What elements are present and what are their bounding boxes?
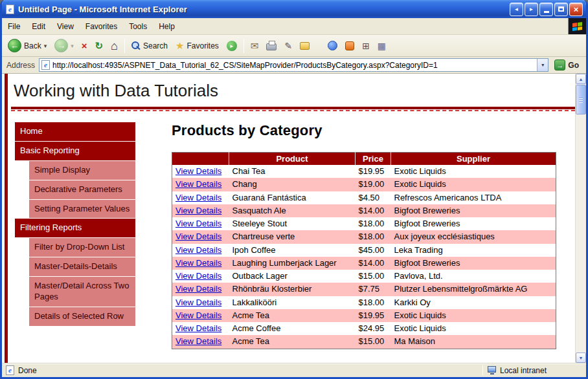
sidebar-item-home[interactable]: Home (15, 122, 135, 141)
go-button[interactable]: → Go (552, 59, 583, 71)
product-cell: Rhönbräu Klosterbier (229, 283, 356, 296)
refresh-button[interactable]: ↻ (92, 39, 107, 52)
product-row: View DetailsChang$19.00Exotic Liquids (172, 178, 556, 191)
title-extra-left-button[interactable]: ◄ (510, 3, 523, 16)
product-row: View DetailsLakkalikööri$18.00Karkki Oy (172, 296, 556, 309)
product-row: View DetailsIpoh Coffee$45.00Leka Tradin… (172, 244, 556, 257)
messenger-button[interactable] (324, 39, 341, 52)
chevron-down-icon: ▾ (541, 62, 544, 68)
products-table: ProductPriceSupplier View DetailsChai Te… (172, 152, 556, 349)
mail-icon: ✉ (251, 41, 259, 50)
vertical-scrollbar[interactable]: ▲ ▼ (575, 74, 586, 363)
edit-button[interactable]: ✎ (281, 39, 295, 52)
column-header-product: Product (229, 153, 356, 166)
supplier-cell: Exotic Liquids (391, 178, 556, 191)
price-cell: $14.00 (356, 204, 391, 217)
favorites-button[interactable]: ★ Favorites (172, 39, 222, 52)
browser-window: e Untitled Page - Microsoft Internet Exp… (0, 0, 588, 379)
product-row: View DetailsSasquatch Ale$14.00Bigfoot B… (172, 204, 556, 217)
mail-button[interactable]: ✉ (247, 39, 262, 52)
view-details-link[interactable]: View Details (175, 271, 221, 281)
actions-cell: View Details (172, 335, 229, 349)
product-cell: Acme Coffee (229, 322, 356, 335)
back-dropdown-icon: ▾ (44, 43, 47, 49)
scroll-up-button[interactable]: ▲ (576, 74, 586, 84)
view-details-link[interactable]: View Details (175, 323, 221, 333)
view-details-link[interactable]: View Details (175, 258, 221, 268)
local-intranet-icon (488, 366, 496, 373)
product-cell: Acme Tea (229, 335, 356, 349)
sidebar-item-basic-reporting[interactable]: Basic Reporting (15, 142, 135, 160)
product-cell: Outback Lager (229, 270, 356, 283)
home-button[interactable]: ⌂ (107, 38, 121, 54)
sidebar-item-master-details-details[interactable]: Master-Details-Details (29, 257, 135, 276)
favorites-label: Favorites (187, 41, 218, 50)
view-details-link[interactable]: View Details (175, 179, 221, 189)
forward-button[interactable]: → ▾ (51, 37, 77, 54)
scrollbar-track[interactable] (576, 84, 586, 352)
back-label: Back (24, 41, 41, 50)
body-region: HomeBasic ReportingSimple DisplayDeclara… (11, 111, 575, 349)
sidebar-item-filtering-reports[interactable]: Filtering Reports (15, 219, 135, 237)
research-button[interactable] (342, 39, 357, 52)
view-details-link[interactable]: View Details (175, 298, 221, 307)
media-button[interactable]: ▸ (223, 39, 240, 53)
view-details-link[interactable]: View Details (175, 219, 221, 228)
print-button[interactable] (263, 39, 280, 52)
printer-icon (266, 43, 277, 50)
products-body: View DetailsChai Tea$19.95Exotic Liquids… (172, 165, 556, 349)
view-details-link[interactable]: View Details (175, 336, 221, 346)
go-label: Go (568, 61, 579, 70)
supplier-cell: Exotic Liquids (391, 322, 556, 335)
title-extra-right-button[interactable]: ► (525, 3, 538, 16)
menu-item-tools[interactable]: Tools (123, 18, 153, 34)
scrollbar-thumb[interactable] (576, 85, 586, 114)
grid-button[interactable]: ▦ (374, 39, 389, 52)
column-header-price: Price (356, 153, 391, 166)
status-message-panel: e Done (5, 365, 481, 375)
stop-button[interactable]: × (78, 39, 91, 52)
calculator-button[interactable]: ⊞ (359, 39, 373, 52)
price-cell: $19.95 (356, 165, 391, 178)
menu-item-favorites[interactable]: Favorites (80, 18, 123, 34)
menu-item-file[interactable]: File (2, 18, 26, 34)
supplier-cell: Plutzer Lebensmittelgroßmärkte AG (391, 283, 556, 296)
view-details-link[interactable]: View Details (175, 284, 221, 294)
sidebar-item-setting-parameter-values[interactable]: Setting Parameter Values (29, 200, 135, 219)
product-cell: Laughing Lumberjack Lager (229, 257, 356, 270)
forward-icon: → (54, 39, 68, 52)
sidebar-item-master-detail-across-two-pages[interactable]: Master/Detail Across Two Pages (29, 277, 135, 307)
price-cell: $18.00 (356, 296, 391, 309)
sidebar-item-filter-by-drop-down-list[interactable]: Filter by Drop-Down List (29, 238, 135, 257)
search-button[interactable]: Search (128, 39, 171, 52)
view-details-link[interactable]: View Details (175, 245, 221, 255)
site-header: Working with Data Tutorials (11, 74, 575, 109)
view-details-link[interactable]: View Details (175, 232, 221, 241)
sidebar-item-declarative-parameters[interactable]: Declarative Parameters (29, 180, 135, 199)
address-dropdown-button[interactable]: ▾ (537, 59, 548, 71)
actions-cell: View Details (172, 270, 229, 283)
sidebar-item-details-of-selected-row[interactable]: Details of Selected Row (29, 307, 135, 326)
address-input[interactable]: e http://localhost:4935/ASPNET_Data_Tuto… (39, 58, 548, 72)
price-cell: $4.50 (356, 191, 391, 204)
view-details-link[interactable]: View Details (175, 166, 221, 176)
menu-item-view[interactable]: View (51, 18, 80, 34)
minimize-icon (544, 11, 549, 13)
view-details-link[interactable]: View Details (175, 310, 221, 320)
maximize-button[interactable] (554, 3, 568, 16)
minimize-button[interactable] (539, 3, 553, 16)
security-zone-label: Local intranet (500, 366, 547, 375)
price-cell: $19.00 (356, 178, 391, 191)
product-cell: Chartreuse verte (229, 230, 356, 243)
discuss-button[interactable] (297, 40, 313, 52)
scroll-down-button[interactable]: ▼ (576, 352, 586, 363)
sidebar-item-simple-display[interactable]: Simple Display (29, 161, 135, 180)
menu-item-help[interactable]: Help (153, 18, 181, 34)
view-details-link[interactable]: View Details (175, 206, 221, 215)
close-button[interactable]: × (569, 3, 583, 16)
view-details-link[interactable]: View Details (175, 193, 221, 202)
status-bar: e Done Local intranet (2, 363, 586, 377)
back-button[interactable]: ← Back ▾ (5, 37, 50, 54)
menu-item-edit[interactable]: Edit (26, 18, 51, 34)
product-row: View DetailsRhönbräu Klosterbier$7.75Plu… (172, 283, 556, 296)
